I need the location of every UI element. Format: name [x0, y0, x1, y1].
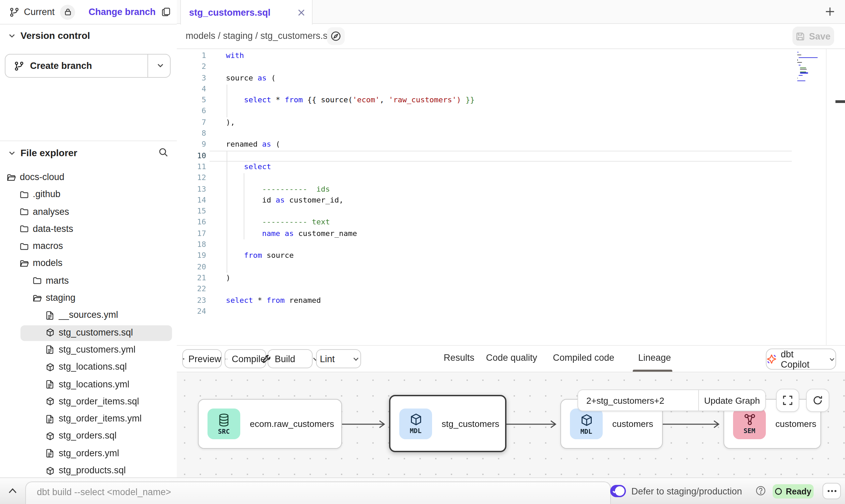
code-line[interactable]: 3source as (	[177, 73, 845, 84]
file-row[interactable]: stg_order_items.sql	[0, 394, 177, 411]
indent-guide	[243, 173, 244, 239]
lineage-controls: 2+stg_customers+2 Update Graph	[577, 389, 766, 411]
file-row[interactable]: stg_customers.sql	[0, 324, 177, 342]
view-docs-button[interactable]	[327, 27, 345, 45]
file-row[interactable]: stg_orders.sql	[0, 428, 177, 445]
lineage-graph[interactable]: SRCecom.raw_customersMDLstg_customersMDL…	[177, 372, 845, 477]
code-line[interactable]: 11 select	[177, 162, 845, 173]
create-branch-button[interactable]: Create branch	[5, 54, 171, 78]
line-number: 12	[177, 173, 206, 184]
status-badge[interactable]: Ready	[773, 484, 814, 499]
minimap-line	[799, 65, 801, 65]
code-line[interactable]: 16 ---------- text	[177, 217, 845, 228]
close-icon[interactable]	[298, 9, 305, 16]
badge-label: MDL	[581, 427, 592, 435]
file-label: marts	[46, 276, 69, 286]
file-explorer-header[interactable]: File explorer	[0, 147, 169, 158]
line-number: 14	[177, 195, 206, 206]
command-input[interactable]: dbt build --select <model_name>	[25, 481, 611, 504]
lint-button[interactable]: Lint	[316, 349, 361, 368]
code-line[interactable]: 24	[177, 306, 845, 317]
code-icon	[225, 355, 228, 362]
version-control-title: Version control	[20, 30, 90, 41]
help-icon[interactable]	[756, 486, 766, 496]
fullscreen-icon	[783, 396, 792, 405]
code-editor[interactable]: 1with23source as (45 select * from {{ so…	[177, 49, 845, 345]
build-button[interactable]: Build	[268, 349, 313, 368]
file-row[interactable]: macros	[0, 238, 177, 255]
node-title: customers	[775, 419, 816, 429]
search-icon[interactable]	[158, 147, 169, 158]
minimap-line	[800, 68, 806, 68]
tab-results[interactable]: Results	[444, 353, 474, 363]
folder-icon	[33, 277, 42, 285]
code-line[interactable]: 17 name as customer_name	[177, 228, 845, 240]
tab-compiled-code[interactable]: Compiled code	[553, 353, 614, 363]
refresh-button[interactable]	[806, 389, 829, 412]
code-line[interactable]: 2	[177, 62, 845, 73]
file-row[interactable]: analyses	[0, 204, 177, 221]
copy-icon[interactable]	[162, 8, 171, 16]
create-branch-dropdown[interactable]	[156, 61, 164, 70]
file-tree: docs-cloud.githubanalysesdata-testsmacro…	[0, 169, 177, 480]
code-line[interactable]: 22	[177, 284, 845, 295]
update-graph-button[interactable]: Update Graph	[699, 395, 765, 405]
defer-toggle[interactable]	[610, 485, 626, 497]
lineage-selector-input[interactable]: 2+stg_customers+2	[578, 395, 698, 405]
file-row[interactable]: .github	[0, 187, 177, 204]
save-button[interactable]: Save	[792, 27, 834, 46]
code-line[interactable]: 19 from source	[177, 251, 845, 262]
minimap-line	[797, 52, 799, 53]
collapse-panel-button[interactable]	[8, 488, 17, 494]
file-row[interactable]: docs-cloud	[0, 169, 177, 187]
file-row[interactable]: stg_locations.sql	[0, 359, 177, 376]
preview-button[interactable]: Preview	[182, 349, 222, 368]
file-row[interactable]: __sources.yml	[0, 307, 177, 325]
file-row[interactable]: marts	[0, 273, 177, 290]
fullscreen-button[interactable]	[776, 389, 799, 412]
code-line[interactable]: 18	[177, 239, 845, 251]
sidebar: Current Change branch Version control	[0, 0, 177, 477]
tab-stg-customers-sql[interactable]: stg_customers.sql	[180, 0, 313, 25]
file-row[interactable]: models	[0, 255, 177, 273]
editor-scrollbar[interactable]	[826, 49, 827, 345]
code-line[interactable]: 6	[177, 106, 845, 117]
tab-code-quality[interactable]: Code quality	[486, 353, 537, 363]
file-label: stg_locations.sql	[59, 362, 127, 372]
code-line[interactable]: 10	[177, 150, 845, 162]
model-icon	[46, 363, 55, 372]
dbt-copilot-button[interactable]: dbt Copilot	[766, 349, 836, 370]
file-label: stg_orders.yml	[59, 448, 119, 458]
line-number: 16	[177, 217, 206, 228]
lineage-node-ecom-raw_customers[interactable]: SRCecom.raw_customers	[198, 399, 342, 449]
more-options-button[interactable]	[822, 483, 841, 499]
code-line[interactable]: 12	[177, 173, 845, 184]
lint-dropdown[interactable]	[349, 355, 363, 362]
change-branch-link[interactable]: Change branch	[88, 7, 156, 17]
lineage-node-stg_customers[interactable]: MDLstg_customers	[389, 395, 506, 452]
code-line[interactable]: 13 ---------- ids	[177, 184, 845, 195]
code-line[interactable]: 23select * from renamed	[177, 295, 845, 306]
code-line[interactable]: 7),	[177, 117, 845, 129]
code-line[interactable]: 4	[177, 84, 845, 95]
code-line[interactable]: 5 select * from {{ source('ecom', 'raw_c…	[177, 95, 845, 106]
file-row[interactable]: stg_locations.yml	[0, 376, 177, 394]
file-label: stg_orders.sql	[59, 431, 117, 441]
refresh-icon	[813, 396, 822, 405]
current-branch-label: Current	[24, 7, 55, 17]
code-line[interactable]: 15	[177, 206, 845, 217]
code-line[interactable]: 20	[177, 262, 845, 273]
new-tab-button[interactable]	[825, 6, 835, 17]
code-line[interactable]: 14 id as customer_id,	[177, 195, 845, 206]
code-line[interactable]: 9renamed as (	[177, 139, 845, 151]
file-row[interactable]: stg_orders.yml	[0, 445, 177, 463]
code-line[interactable]: 21)	[177, 273, 845, 284]
file-row[interactable]: stg_customers.yml	[0, 342, 177, 359]
code-line[interactable]: 1with	[177, 50, 845, 62]
code-line[interactable]: 8	[177, 128, 845, 139]
version-control-header[interactable]: Version control	[0, 30, 169, 41]
file-row[interactable]: stg_order_items.yml	[0, 411, 177, 428]
file-row[interactable]: staging	[0, 290, 177, 307]
file-row[interactable]: data-tests	[0, 221, 177, 238]
tab-lineage[interactable]: Lineage	[638, 353, 671, 363]
